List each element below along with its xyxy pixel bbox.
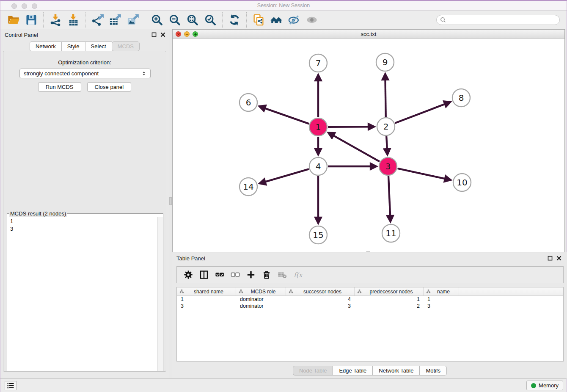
table-cell[interactable]: 4: [286, 296, 355, 303]
graph-node-11[interactable]: 11: [382, 224, 400, 242]
save-session-button[interactable]: [22, 12, 40, 28]
zoom-selected-button[interactable]: [201, 12, 219, 28]
hide-selected-button[interactable]: [285, 12, 303, 28]
clone-network-button[interactable]: [250, 12, 267, 28]
tab-network[interactable]: Network: [30, 41, 62, 51]
mcds-result-item[interactable]: 1: [8, 218, 157, 225]
zoom-in-button[interactable]: [148, 12, 166, 28]
column-header-name[interactable]: name: [424, 287, 459, 295]
panel-splitter[interactable]: [169, 29, 172, 379]
table-panel-header: Table Panel: [172, 252, 567, 264]
zoom-out-button[interactable]: [166, 12, 184, 28]
graph-node-7[interactable]: 7: [309, 54, 327, 72]
graph-edge-1-2[interactable]: [328, 127, 373, 127]
graph-edge-3-11[interactable]: [388, 176, 391, 220]
graph-edge-3-1[interactable]: [330, 133, 380, 162]
close-table-panel-icon[interactable]: [556, 255, 561, 261]
svg-text:14: 14: [243, 182, 253, 192]
graph-edge-2-3[interactable]: [386, 136, 387, 153]
graph-edge-3-10[interactable]: [398, 168, 449, 180]
search-box[interactable]: [436, 15, 560, 25]
tab-style[interactable]: Style: [61, 41, 85, 51]
mcds-result-item[interactable]: 3: [8, 225, 157, 233]
export-table-icon: [109, 14, 121, 26]
fx-icon: f(x): [293, 270, 303, 279]
graph-node-8[interactable]: 8: [452, 89, 470, 107]
delete-columns-button[interactable]: [259, 268, 274, 282]
search-icon: [440, 17, 446, 23]
create-column-button[interactable]: [243, 268, 259, 282]
column-header-successor-nodes[interactable]: successor nodes: [286, 287, 355, 295]
table-cell[interactable]: 1: [355, 296, 424, 303]
graph-node-4[interactable]: 4: [309, 157, 327, 175]
status-bar: Memory: [0, 378, 567, 392]
network-canvas[interactable]: 7968124314101511: [173, 39, 564, 252]
close-panel-icon[interactable]: [160, 32, 165, 37]
table-cell[interactable]: dominator: [236, 296, 286, 303]
import-network-icon: [49, 14, 62, 26]
graph-node-1[interactable]: 1: [309, 118, 327, 136]
tab-motifs[interactable]: Motifs: [419, 366, 447, 375]
memory-label: Memory: [539, 382, 559, 389]
float-panel-icon[interactable]: [151, 32, 157, 37]
task-history-button[interactable]: [5, 381, 17, 390]
delete-table-button: [274, 268, 290, 282]
open-session-button[interactable]: [5, 12, 22, 28]
export-image-button[interactable]: [124, 12, 142, 28]
graph-node-9[interactable]: 9: [376, 53, 394, 71]
table-cell[interactable]: 1: [177, 296, 236, 303]
tab-network-table[interactable]: Network Table: [372, 366, 420, 375]
graph-node-2[interactable]: 2: [377, 118, 395, 135]
first-neighbors-button[interactable]: [267, 12, 285, 28]
graph-node-6[interactable]: 6: [239, 94, 257, 111]
table-cell[interactable]: dominator: [236, 303, 286, 309]
close-panel-button[interactable]: Close panel: [87, 82, 132, 92]
optimization-criterion-select[interactable]: strongly connected component: [19, 69, 151, 78]
table-cell[interactable]: 3: [424, 303, 459, 309]
tab-edge-table[interactable]: Edge Table: [333, 366, 373, 375]
memory-button[interactable]: Memory: [526, 381, 563, 390]
table-row[interactable]: 1dominator411: [177, 296, 563, 303]
show-columns-button[interactable]: [196, 268, 212, 282]
table-settings-button[interactable]: [180, 268, 196, 282]
column-header-shared-name[interactable]: shared name: [177, 287, 236, 295]
export-table-button[interactable]: [106, 12, 124, 28]
window-title: Session: New Session: [0, 3, 567, 8]
apply-layout-button[interactable]: [226, 12, 243, 28]
graph-node-14[interactable]: 14: [239, 178, 257, 196]
graph-node-10[interactable]: 10: [453, 174, 471, 191]
search-input[interactable]: [448, 17, 556, 23]
table-cell[interactable]: 3: [177, 303, 236, 309]
tab-select[interactable]: Select: [85, 41, 112, 51]
column-header-predecessor-nodes[interactable]: predecessor nodes: [355, 287, 424, 295]
import-network-button[interactable]: [47, 12, 64, 28]
float-table-panel-icon[interactable]: [547, 255, 553, 261]
table-toolbar: f(x): [176, 266, 564, 283]
export-network-icon: [91, 14, 104, 26]
graph-node-15[interactable]: 15: [309, 226, 327, 244]
export-network-button[interactable]: [88, 12, 106, 28]
zoom-out-icon: [168, 14, 181, 26]
splitter-handle[interactable]: [169, 197, 172, 205]
graph-edge-1-6[interactable]: [261, 107, 309, 124]
open-folder-icon: [7, 14, 20, 26]
graph-edge-2-9[interactable]: [385, 75, 385, 117]
import-table-button[interactable]: [64, 12, 82, 28]
run-mcds-button[interactable]: Run MCDS: [38, 82, 81, 92]
table-cell[interactable]: 2: [355, 303, 424, 309]
tab-mcds[interactable]: MCDS: [112, 41, 140, 51]
column-header-MCDS-role[interactable]: MCDS role: [236, 287, 286, 295]
refresh-icon: [228, 14, 241, 26]
zoom-fit-button[interactable]: [184, 12, 201, 28]
graph-edge-2-8[interactable]: [395, 102, 449, 123]
graph-node-3[interactable]: 3: [379, 157, 397, 175]
result-scrollbar[interactable]: [157, 217, 163, 371]
table-row[interactable]: 3dominator323: [177, 303, 563, 309]
table-cell[interactable]: 1: [424, 296, 459, 303]
select-all-rows-button[interactable]: [212, 268, 227, 282]
svg-text:10: 10: [457, 177, 467, 188]
table-cell[interactable]: 3: [286, 303, 355, 309]
deselect-all-rows-button[interactable]: [227, 268, 243, 282]
tab-node-table[interactable]: Node Table: [293, 366, 333, 375]
graph-edge-4-14[interactable]: [261, 169, 309, 183]
